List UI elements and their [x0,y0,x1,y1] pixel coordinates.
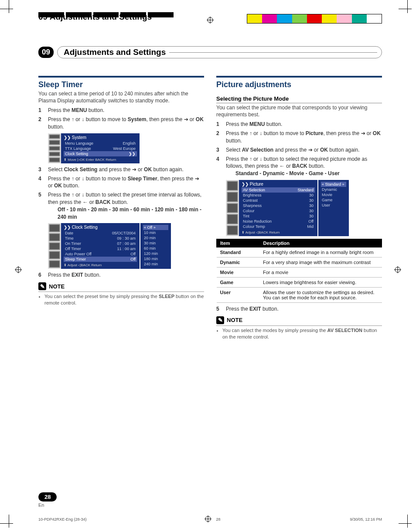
table-row: StandardFor a highly defined image in a … [217,247,382,257]
osd-screenshot: ❯❯ Clock SettingDate05/OCT/2004Time09 : … [48,223,204,269]
print-page: 28 [216,517,220,522]
section-title-sleep-timer: Sleep Timer [38,80,204,89]
step-item: 1Press the MENU button. [38,107,204,114]
chapter-number: 09 [38,47,54,58]
steps-list: 1Press the MENU button.2Press the ↑ or ↓… [216,121,382,236]
section-title-picture: Picture adjustments [216,80,382,89]
print-file: 10-PDP42RXE-Eng (28-34) [38,517,87,522]
register-mark [207,17,214,24]
step-item: 3Select Clock Setting and press the ➔ or… [38,166,204,173]
step-item: 5Press the EXIT button. [216,305,382,313]
running-head: 09 Adjustments and Settings [38,12,382,22]
note-list: You can select the modes by simply press… [222,327,382,340]
note-label: NOTE [227,317,242,323]
subsection-title: Selecting the Picture Mode [216,95,382,103]
page: 09 Adjustments and Settings 09 Adjustmen… [0,0,416,532]
register-mark [394,266,401,273]
note-item: You can select the modes by simply press… [222,327,382,340]
chapter-title: Adjustments and Settings [64,47,166,57]
print-date: 9/30/05, 12:16 PM [350,517,382,522]
note-item: You can select the preset time by simply… [44,293,204,306]
step-item: 5Press the ↑ or ↓ button to select the p… [38,191,204,220]
step-item: 4Press the ↑ or ↓ button to move to Slee… [38,175,204,190]
section-intro: You can select a time period of 10 to 24… [38,90,204,104]
section-intro: You can select the picture mode that cor… [216,104,382,118]
head-black-bars [38,12,174,17]
crop-mark [399,0,416,17]
left-column: Sleep Timer You can select a time period… [38,76,204,340]
note-header: ✎ NOTE [38,282,204,290]
steps-list: 5Press the EXIT button. [216,305,382,313]
crop-mark [0,515,17,532]
step-item: 6Press the EXIT button. [38,271,204,279]
note-icon: ✎ [38,282,46,290]
step-item: 1Press the MENU button. [216,121,382,128]
step-item: 2Press the ↑ or ↓ button to move to Syst… [38,116,204,131]
right-column: Picture adjustments Selecting the Pictur… [216,76,382,340]
note-label: NOTE [49,283,65,290]
osd-screenshot: ❯❯ PictureAV SelectionStandardBrightness… [226,180,382,236]
step-item: 3Select AV Selection and press the ➔ or … [216,146,382,154]
step-item: 2Press the ↑ or ↓ button to move to Pict… [216,130,382,145]
print-info: 10-PDP42RXE-Eng (28-34) 28 9/30/05, 12:1… [38,517,382,522]
crop-mark [399,515,416,532]
note-header: ✎ NOTE [216,316,382,324]
note-icon: ✎ [216,316,224,324]
content-columns: Sleep Timer You can select a time period… [38,76,382,340]
table-row: GameLowers image brightness for easier v… [217,277,382,287]
register-mark [15,266,22,273]
table-row: DynamicFor a very sharp image with the m… [217,257,382,267]
table-row: UserAllows the user to customize the set… [217,287,382,302]
note-list: You can select the preset time by simply… [44,293,204,306]
page-footer: 28 En [38,492,57,508]
osd-screenshot: ❯❯ SystemMenu LanguageEnglishTTX Languag… [48,133,204,163]
table-header: Item [217,239,260,247]
step-item: 4Press the ↑ or ↓ button to select the r… [216,156,382,177]
table-header: Description [259,239,382,247]
table-row: MovieFor a movie [217,267,382,277]
crop-mark [0,0,17,17]
steps-list: 1Press the MENU button.2Press the ↑ or ↓… [38,107,204,279]
chapter-header: 09 Adjustments and Settings [38,45,382,59]
description-table: Item Description StandardFor a highly de… [216,239,382,303]
page-number: 28 [38,492,57,502]
page-lang: En [38,502,57,508]
color-bars [247,14,382,24]
